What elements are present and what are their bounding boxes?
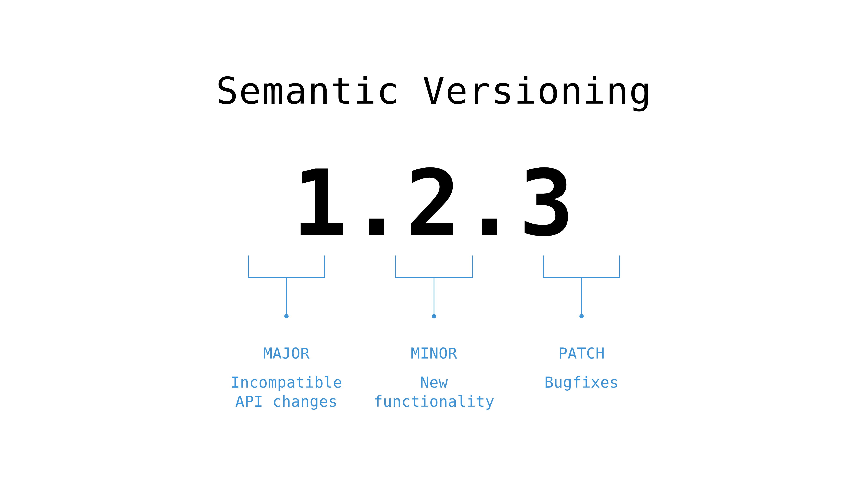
connector-line: [286, 278, 287, 314]
version-patch: 3: [519, 158, 576, 249]
connector-dot-icon: [432, 314, 436, 318]
segments-row: MAJOR Incompatible API changes MINOR New…: [240, 256, 628, 411]
connector-dot-icon: [579, 314, 584, 318]
version-major: 1: [292, 158, 349, 249]
bracket-icon: [247, 256, 326, 278]
segment-label: MINOR: [411, 345, 457, 362]
segment-description: New functionality: [374, 373, 495, 411]
segment-patch: PATCH Bugfixes: [535, 256, 628, 411]
diagram-container: Semantic Versioning 1.2.3 MAJOR Incompat…: [0, 0, 868, 488]
diagram-title: Semantic Versioning: [216, 69, 652, 112]
segment-minor: MINOR New functionality: [388, 256, 480, 411]
version-number: 1.2.3: [292, 158, 576, 249]
bracket-icon: [395, 256, 473, 278]
segment-label: MAJOR: [263, 345, 310, 362]
connector-line: [434, 278, 434, 314]
connector-dot-icon: [284, 314, 289, 318]
segment-description: Incompatible API changes: [231, 373, 342, 411]
version-minor: 2: [406, 158, 462, 249]
version-dot-1: .: [349, 158, 406, 249]
segment-description: Bugfixes: [545, 373, 619, 392]
bracket-icon: [542, 256, 621, 278]
version-dot-2: .: [462, 158, 519, 249]
connector-line: [581, 278, 582, 314]
segment-major: MAJOR Incompatible API changes: [240, 256, 333, 411]
segment-label: PATCH: [558, 345, 605, 362]
